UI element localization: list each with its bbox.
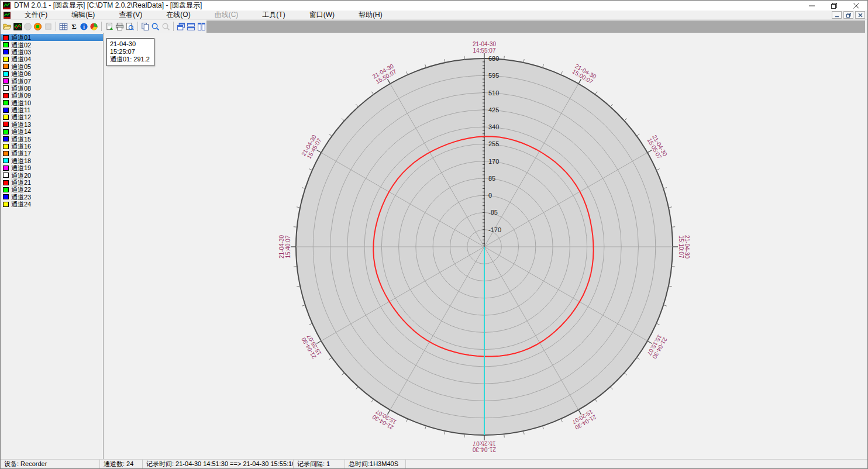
- channel-item-18[interactable]: 通道18: [1, 157, 103, 164]
- channel-item-12[interactable]: 通道12: [1, 113, 103, 120]
- channel-item-21[interactable]: 通道21: [1, 179, 103, 186]
- rim-tick: [543, 426, 544, 429]
- channel-item-8[interactable]: 通道08: [1, 85, 103, 92]
- channel-item-22[interactable]: 通道22: [1, 186, 103, 193]
- record-active-icon[interactable]: [33, 20, 43, 32]
- toolbar-empty-area: [206, 20, 865, 33]
- mdi-restore-button[interactable]: [843, 11, 853, 19]
- channel-item-1[interactable]: 通道01: [1, 34, 103, 41]
- channel-item-17[interactable]: 通道17: [1, 150, 103, 157]
- toolbar-separator: [101, 22, 102, 31]
- rim-tick: [316, 341, 321, 344]
- rim-tick: [669, 207, 672, 208]
- rim-tick: [663, 188, 667, 189]
- restore-button[interactable]: [823, 1, 845, 11]
- channel-item-4[interactable]: 通道04: [1, 56, 103, 63]
- channel-item-19[interactable]: 通道19: [1, 164, 103, 171]
- rim-tick: [663, 305, 667, 306]
- rim-tick: [425, 64, 426, 68]
- cascade-windows-icon[interactable]: [176, 20, 186, 32]
- channel-item-2[interactable]: 通道02: [1, 41, 103, 48]
- rim-tick: [647, 341, 652, 344]
- menu-item-7[interactable]: 帮助(H): [353, 10, 388, 20]
- channel-color-swatch: [3, 202, 9, 207]
- channel-item-3[interactable]: 通道03: [1, 49, 103, 56]
- rim-tick: [671, 227, 675, 227]
- channel-item-9[interactable]: 通道09: [1, 92, 103, 99]
- menu-item-5[interactable]: 工具(T): [256, 10, 291, 20]
- print-preview-icon[interactable]: [125, 20, 135, 32]
- channel-label: 通道01: [11, 34, 31, 41]
- channel-item-16[interactable]: 通道16: [1, 143, 103, 150]
- channel-label: 通道14: [11, 128, 31, 135]
- channel-color-swatch: [3, 173, 9, 178]
- channel-label: 通道20: [11, 172, 31, 179]
- rim-tick: [388, 410, 391, 415]
- rim-tick: [610, 104, 612, 106]
- chart-area: 680595510425340255170850-85-17021-04-301…: [104, 33, 867, 459]
- mdi-close-button[interactable]: [855, 11, 865, 19]
- axis-tick-label: 255: [488, 140, 499, 147]
- toolbar-separator: [56, 22, 56, 31]
- channel-color-swatch: [3, 108, 9, 113]
- channel-color-swatch: [3, 35, 9, 40]
- close-button[interactable]: [845, 1, 867, 11]
- menu-item-6[interactable]: 窗口(W): [304, 10, 340, 20]
- channel-color-swatch: [3, 180, 9, 185]
- open-file-icon[interactable]: [2, 20, 12, 32]
- channel-color-swatch: [3, 122, 9, 127]
- channel-label: 通道05: [11, 63, 31, 70]
- channel-color-swatch: [3, 194, 9, 199]
- rim-tick: [464, 434, 465, 437]
- rim-tick: [356, 104, 359, 106]
- minimize-button[interactable]: [801, 1, 823, 11]
- menu-item-0[interactable]: 文件(F): [19, 10, 53, 20]
- menu-item-1[interactable]: 编辑(E): [66, 10, 101, 20]
- menu-items: 文件(F)编辑(E)查看(V)在线(O)曲线(C)工具(T)窗口(W)帮助(H): [19, 10, 401, 20]
- app-window: DTM 2.0.1 - [圆盘显示] [C:\DTM 2.0.2\RealDat…: [0, 0, 868, 469]
- channel-item-13[interactable]: 通道13: [1, 121, 103, 128]
- channel-label: 通道16: [11, 143, 31, 150]
- channel-item-24[interactable]: 通道24: [1, 201, 103, 208]
- channel-label: 通道19: [11, 164, 31, 171]
- tile-horizontal-icon[interactable]: [186, 20, 196, 32]
- zoom-icon[interactable]: [150, 20, 160, 32]
- main-area: 通道01通道02通道03通道04通道05通道06通道07通道08通道09通道10…: [1, 33, 867, 459]
- rim-tick: [294, 267, 297, 267]
- print-icon[interactable]: [115, 20, 125, 32]
- rim-tick: [656, 169, 659, 170]
- info-icon[interactable]: i: [79, 20, 89, 32]
- copy-icon[interactable]: [140, 20, 150, 32]
- mdi-minimize-button[interactable]: [832, 11, 842, 19]
- channel-item-7[interactable]: 通道07: [1, 77, 103, 84]
- axis-tick-label: 595: [488, 72, 499, 79]
- menu-item-3[interactable]: 在线(O): [160, 10, 196, 20]
- channel-color-swatch: [3, 151, 9, 156]
- channel-item-23[interactable]: 通道23: [1, 194, 103, 201]
- channel-item-6[interactable]: 通道06: [1, 70, 103, 77]
- polar-chart[interactable]: 680595510425340255170850-85-17021-04-301…: [104, 33, 868, 460]
- export-icon[interactable]: [104, 20, 114, 32]
- channel-item-14[interactable]: 通道14: [1, 128, 103, 135]
- rim-tick: [624, 119, 626, 121]
- rim-tick: [316, 150, 321, 153]
- window-controls: [801, 1, 867, 11]
- data-table-icon[interactable]: [58, 20, 68, 32]
- app-icon: [3, 2, 11, 9]
- sigma-statistics-icon[interactable]: Σ: [68, 20, 78, 32]
- channel-color-swatch: [3, 49, 9, 54]
- channel-color-swatch: [3, 136, 9, 142]
- channel-item-20[interactable]: 通道20: [1, 171, 103, 178]
- rim-tick: [595, 399, 597, 402]
- realtime-curve-icon[interactable]: [12, 20, 22, 32]
- channel-item-15[interactable]: 通道15: [1, 135, 103, 142]
- tile-vertical-icon[interactable]: [197, 20, 206, 32]
- menu-item-2[interactable]: 查看(V): [113, 10, 148, 20]
- tooltip-line: 21-04-30: [110, 40, 150, 48]
- channel-item-5[interactable]: 通道05: [1, 63, 103, 70]
- channel-item-11[interactable]: 通道11: [1, 106, 103, 113]
- value-tooltip: 21-04-3015:25:07通道01: 291.2: [106, 38, 154, 66]
- status-bar: 设备: Recorder通道数: 24记录时间: 21-04-30 14:51:…: [1, 459, 867, 468]
- pie-chart-icon[interactable]: [89, 20, 99, 32]
- channel-item-10[interactable]: 通道10: [1, 99, 103, 106]
